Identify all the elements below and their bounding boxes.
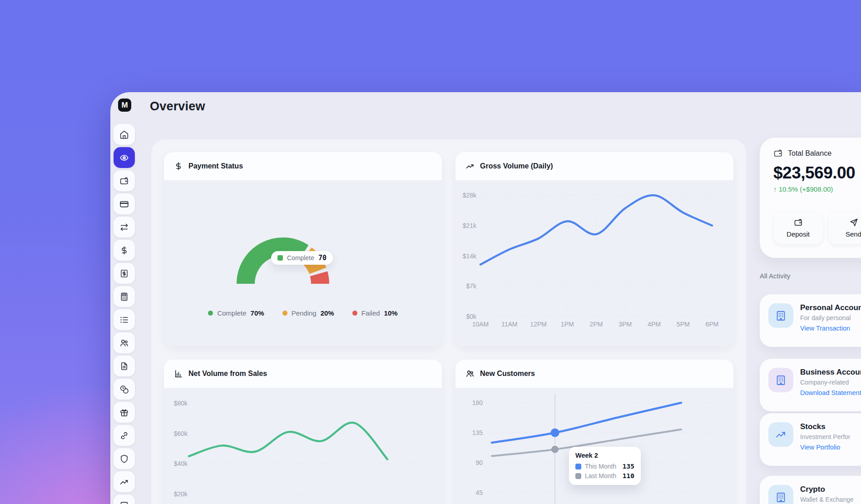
wallet-icon (773, 148, 783, 158)
activity-subtitle: For daily personal (800, 314, 861, 321)
tooltip-title: Week 2 (575, 452, 634, 459)
activity-item-stocks[interactable]: Stocks Investment Perfor View Portfolio (760, 413, 861, 466)
svg-text:$7k: $7k (466, 282, 477, 290)
sidebar-item-document[interactable] (114, 356, 135, 376)
page-title: Overview (150, 99, 205, 114)
users-icon (465, 369, 475, 378)
activity-subtitle: Company-related (800, 379, 861, 386)
svg-text:90: 90 (475, 459, 483, 466)
activity-item-business-account[interactable]: Business Account Company-related Downloa… (760, 359, 861, 411)
send-button[interactable]: Send (829, 212, 861, 244)
new-customers-card: New Customers 1801359045 Week 2 This Mon… (455, 360, 733, 504)
legend-value: 20% (321, 309, 334, 317)
svg-text:$80k: $80k (174, 400, 188, 407)
sidebar-item-home[interactable] (114, 124, 135, 145)
chart-title: Net Volume from Sales (188, 370, 267, 378)
device-icon (119, 500, 129, 504)
view-portfolio-link[interactable]: View Portfolio (800, 444, 851, 451)
gross-volume-body: $28k$21k$14k$7k$0k10AM11AM12PM1PM2PM3PM4… (455, 180, 733, 346)
tooltip-value: 70 (318, 254, 327, 262)
legend-dot (352, 311, 357, 316)
sidebar-item-shield[interactable] (114, 448, 135, 469)
app-logo[interactable]: M (118, 99, 131, 112)
wallet-icon (794, 218, 803, 227)
svg-text:10AM: 10AM (472, 321, 489, 328)
svg-text:$60k: $60k (174, 430, 188, 437)
activity-title: Crypto (800, 485, 854, 494)
total-balance-amount: $23,569.00 (773, 163, 861, 183)
net-volume-header: Net Volume from Sales (164, 360, 442, 388)
total-balance-label-row: Total Balance (773, 148, 861, 158)
tooltip-label: Complete (287, 254, 314, 262)
sidebar-item-dollar[interactable] (114, 240, 135, 261)
home-icon (119, 130, 129, 139)
wallet-icon (119, 176, 129, 186)
app-card: M Overview Payment Status Complete 70 (110, 92, 861, 504)
activity-info: Stocks Investment Perfor View Portfolio (800, 422, 851, 451)
svg-text:4PM: 4PM (648, 321, 661, 328)
new-customers-chart: 1801359045 (455, 388, 733, 504)
activity-item-crypto[interactable]: Crypto Wallet & Exchange (760, 476, 861, 504)
svg-text:180: 180 (472, 399, 483, 406)
sidebar-item-calculator[interactable] (114, 286, 135, 307)
total-balance-card: Total Balance $23,569.00 ↑ 10.5% (+$908.… (760, 138, 861, 258)
dollar-icon (119, 246, 129, 255)
sidebar-item-gift[interactable] (114, 402, 135, 423)
sidebar-item-device[interactable] (114, 494, 135, 504)
svg-text:$21k: $21k (463, 222, 477, 229)
tooltip-row: Last Month 110 (575, 472, 634, 479)
sidebar-item-wallet[interactable] (114, 170, 135, 191)
total-balance-label: Total Balance (788, 149, 831, 158)
svg-text:$0k: $0k (466, 313, 477, 320)
svg-text:45: 45 (475, 489, 483, 496)
sidebar-item-swap[interactable] (114, 217, 135, 237)
send-label: Send (846, 230, 861, 238)
series-swatch (575, 473, 581, 479)
tooltip-value: 110 (623, 472, 634, 479)
users-icon (119, 338, 129, 348)
payment-status-header: Payment Status (164, 152, 442, 180)
legend-label: Pending (292, 309, 317, 317)
gauge-tooltip: Complete 70 (271, 251, 333, 265)
svg-text:1PM: 1PM (561, 321, 574, 328)
gross-volume-chart: $28k$21k$14k$7k$0k10AM11AM12PM1PM2PM3PM4… (455, 180, 733, 346)
legend-dot (208, 311, 213, 316)
sidebar-item-list[interactable] (114, 309, 135, 330)
sidebar-item-users[interactable] (114, 332, 135, 353)
deposit-button[interactable]: Deposit (773, 212, 823, 244)
tooltip-label: Last Month (585, 472, 616, 479)
bar-chart-icon (174, 369, 183, 378)
sidebar-item-credit-card[interactable] (114, 193, 135, 214)
download-statement-link[interactable]: Download Statement (800, 389, 861, 396)
activity-title: Business Account (800, 368, 861, 377)
total-balance-delta: ↑ 10.5% (+$908.00) (773, 185, 861, 193)
trending-up-icon (465, 162, 475, 171)
document-icon (119, 361, 129, 371)
coins-icon (119, 385, 129, 394)
sidebar-nav (114, 124, 135, 504)
sidebar-item-coins[interactable] (114, 379, 135, 400)
tooltip-label: This Month (585, 463, 616, 470)
sidebar-item-trend[interactable] (114, 471, 135, 492)
deposit-label: Deposit (787, 230, 810, 238)
legend-dot (282, 311, 287, 316)
building-icon (768, 485, 793, 504)
svg-text:12PM: 12PM (530, 321, 547, 328)
dashboard-screen: M Overview Payment Status Complete 70 (0, 0, 861, 504)
net-volume-body: $80k$60k$40k$20k (164, 388, 442, 504)
activity-item-personal-account[interactable]: Personal Account For daily personal View… (760, 294, 861, 347)
calculator-icon (119, 292, 129, 301)
tooltip-value: 135 (623, 463, 634, 470)
swap-icon (119, 222, 129, 232)
building-icon (768, 368, 793, 392)
svg-text:5PM: 5PM (677, 321, 690, 328)
payment-status-body: Complete 70 Complete 70% Pending 20% (164, 180, 442, 346)
dollar-icon (174, 162, 183, 171)
sidebar-item-invoice[interactable] (114, 263, 135, 284)
view-transaction-link[interactable]: View Transaction (800, 325, 861, 332)
svg-text:135: 135 (472, 429, 483, 436)
sidebar-item-eye[interactable] (114, 147, 135, 168)
svg-text:$14k: $14k (463, 252, 477, 260)
legend-item: Complete 70% (208, 309, 264, 317)
sidebar-item-link[interactable] (114, 425, 135, 446)
